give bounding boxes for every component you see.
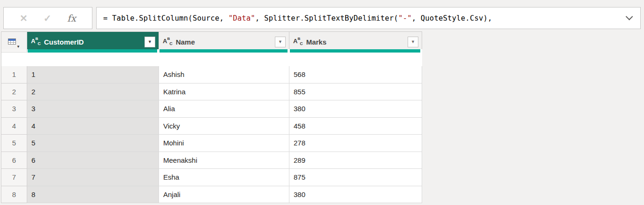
filter-dropdown-icon: ▼ <box>148 40 152 44</box>
cell-marks[interactable]: 875 <box>289 169 422 186</box>
column-title: CustomerID <box>44 38 84 46</box>
column-title: Name <box>176 38 195 46</box>
cell-name[interactable]: Esha <box>159 169 289 186</box>
text-type-icon: ABC <box>163 38 173 46</box>
column-quality-bar <box>159 49 289 53</box>
formula-segment: = Table.SplitColumn(Source, <box>103 14 228 23</box>
cell-name[interactable]: Ashish <box>159 66 289 84</box>
cell-name[interactable]: Mohini <box>159 135 289 152</box>
formula-segment-string: "-" <box>398 14 412 23</box>
cell-customerid[interactable]: 5 <box>27 135 159 152</box>
formula-input[interactable]: = Table.SplitColumn(Source, "Data", Spli… <box>96 7 641 29</box>
row-number[interactable]: 5 <box>1 135 27 152</box>
chevron-down-icon[interactable] <box>626 13 633 21</box>
row-number[interactable]: 3 <box>1 100 27 118</box>
accent-bar-gutter <box>1 49 27 53</box>
formula-toolbar: ✕ ✓ fx <box>3 7 92 29</box>
cell-marks[interactable]: 278 <box>289 135 422 152</box>
row-number[interactable]: 1 <box>1 66 27 84</box>
fx-icon[interactable]: fx <box>67 14 76 23</box>
cell-marks[interactable]: 855 <box>289 84 422 101</box>
filter-dropdown-button[interactable]: ▼ <box>275 37 286 47</box>
cell-marks[interactable]: 568 <box>289 66 422 84</box>
row-number[interactable]: 6 <box>1 152 27 169</box>
filter-dropdown-icon: ▼ <box>278 40 282 44</box>
column-quality-bar <box>289 49 422 53</box>
filter-dropdown-button[interactable]: ▼ <box>144 37 155 47</box>
cell-customerid[interactable]: 2 <box>27 84 159 101</box>
cell-marks[interactable]: 380 <box>289 100 422 118</box>
cell-customerid[interactable]: 6 <box>27 152 159 169</box>
data-preview-table: ▼ ABC CustomerID ▼ ABC Name ▼ ABC Marks … <box>1 31 422 203</box>
table-menu-dropdown-icon[interactable]: ▼ <box>16 45 20 49</box>
text-type-icon: ABC <box>293 38 303 46</box>
column-quality-bar <box>27 49 159 53</box>
cell-marks[interactable]: 289 <box>289 152 422 169</box>
table-icon <box>8 38 16 45</box>
cell-name[interactable]: Alia <box>159 100 289 118</box>
filter-dropdown-icon: ▼ <box>411 40 415 44</box>
row-number[interactable]: 2 <box>1 84 27 101</box>
formula-text: = Table.SplitColumn(Source, "Data", Spli… <box>103 14 492 23</box>
formula-segment: , Splitter.SplitTextByDelimiter( <box>255 14 398 23</box>
cell-name[interactable]: Meenakshi <box>159 152 289 169</box>
formula-bar: ✕ ✓ fx = Table.SplitColumn(Source, "Data… <box>3 7 641 29</box>
row-number[interactable]: 8 <box>1 186 27 204</box>
filter-dropdown-button[interactable]: ▼ <box>408 37 418 47</box>
cell-name[interactable]: Katrina <box>159 84 289 101</box>
cell-customerid[interactable]: 1 <box>27 66 159 84</box>
cell-marks[interactable]: 458 <box>289 118 422 135</box>
cell-name[interactable]: Anjali <box>159 186 289 204</box>
cell-customerid[interactable]: 3 <box>27 100 159 118</box>
formula-segment: , QuoteStyle.Csv), <box>412 14 492 23</box>
cell-name[interactable]: Vicky <box>159 118 289 135</box>
column-title: Marks <box>306 38 326 46</box>
cell-customerid[interactable]: 4 <box>27 118 159 135</box>
commit-icon[interactable]: ✓ <box>44 14 52 23</box>
cell-customerid[interactable]: 7 <box>27 169 159 186</box>
cell-customerid[interactable]: 8 <box>27 186 159 204</box>
cancel-icon[interactable]: ✕ <box>20 14 28 23</box>
formula-segment-string: "Data" <box>228 14 255 23</box>
cell-marks[interactable]: 380 <box>289 186 422 204</box>
row-number[interactable]: 4 <box>1 118 27 135</box>
text-type-icon: ABC <box>31 38 41 46</box>
row-number[interactable]: 7 <box>1 169 27 186</box>
